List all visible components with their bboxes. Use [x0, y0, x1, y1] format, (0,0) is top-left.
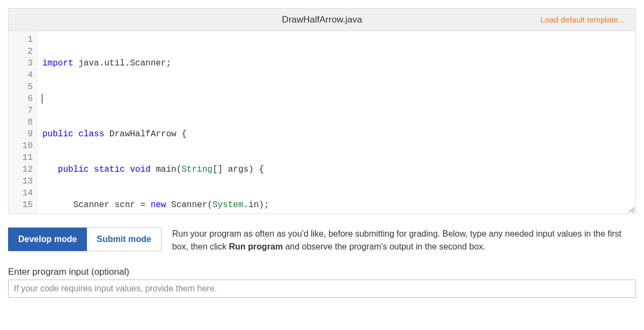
line-number: 10: [9, 140, 38, 152]
tab-develop-mode[interactable]: Develop mode: [8, 228, 87, 251]
line-number: 11: [9, 152, 38, 164]
line-number: 4: [9, 69, 38, 81]
line-number: 13: [9, 175, 38, 187]
instructions-post: and observe the program's output in the …: [283, 242, 486, 251]
mode-section: Develop mode Submit mode Run your progra…: [8, 228, 636, 253]
instructions-bold: Run program: [229, 242, 283, 251]
line-number: 6: [9, 93, 38, 105]
editor-container: DrawHalfArrow.java Load default template…: [8, 8, 636, 214]
line-number: 5: [9, 81, 38, 93]
program-input-field[interactable]: [8, 280, 636, 298]
resize-handle-icon[interactable]: [629, 207, 634, 212]
line-number: 15: [9, 199, 38, 211]
instructions-text: Run your program as often as you'd like,…: [172, 228, 636, 253]
line-number: 8: [9, 116, 38, 128]
input-section: Enter program input (optional): [8, 267, 636, 298]
line-number: 7: [9, 105, 38, 116]
line-number: 2: [9, 46, 38, 57]
line-number: 12: [9, 164, 38, 175]
load-template-link[interactable]: Load default template...: [540, 15, 625, 24]
file-name: DrawHalfArrow.java: [282, 14, 362, 25]
code-editor[interactable]: 123456789101112131415 import java.util.S…: [9, 31, 635, 214]
line-number: 14: [9, 187, 38, 199]
mode-tabs: Develop mode Submit mode: [8, 228, 162, 251]
code-content[interactable]: import java.util.Scanner; public class D…: [38, 31, 635, 214]
line-number: 9: [9, 128, 38, 140]
line-number: 1: [9, 34, 38, 46]
line-number: 3: [9, 57, 38, 69]
editor-header: DrawHalfArrow.java Load default template…: [9, 9, 635, 31]
line-gutter: 123456789101112131415: [9, 31, 38, 214]
tab-submit-mode[interactable]: Submit mode: [87, 228, 161, 251]
input-label: Enter program input (optional): [8, 267, 636, 277]
